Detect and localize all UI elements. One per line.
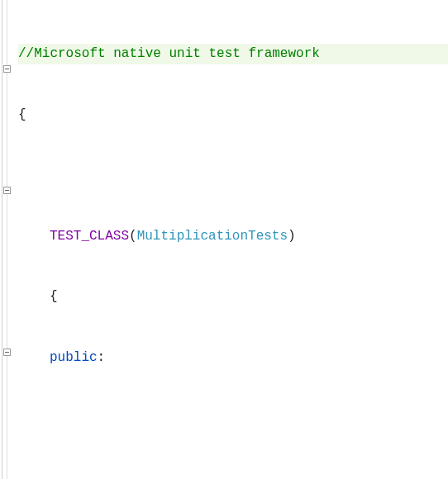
- brace: {: [50, 289, 58, 304]
- colon: :: [98, 350, 106, 365]
- fold-toggle-icon[interactable]: [3, 187, 11, 194]
- comment-text: //Microsoft native unit test framework: [18, 46, 320, 61]
- paren: (: [129, 229, 137, 244]
- paren: ): [288, 229, 296, 244]
- class-name: MultiplicationTests: [137, 229, 288, 244]
- fold-toggle-icon[interactable]: [3, 349, 11, 356]
- brace: {: [18, 107, 26, 122]
- code-editor[interactable]: //Microsoft native unit test framework {…: [0, 0, 448, 479]
- public-keyword: public: [50, 350, 98, 365]
- code-area[interactable]: //Microsoft native unit test framework {…: [15, 0, 448, 479]
- fold-gutter: [0, 0, 15, 479]
- test-class-macro: TEST_CLASS: [50, 229, 129, 244]
- fold-toggle-icon[interactable]: [3, 65, 11, 73]
